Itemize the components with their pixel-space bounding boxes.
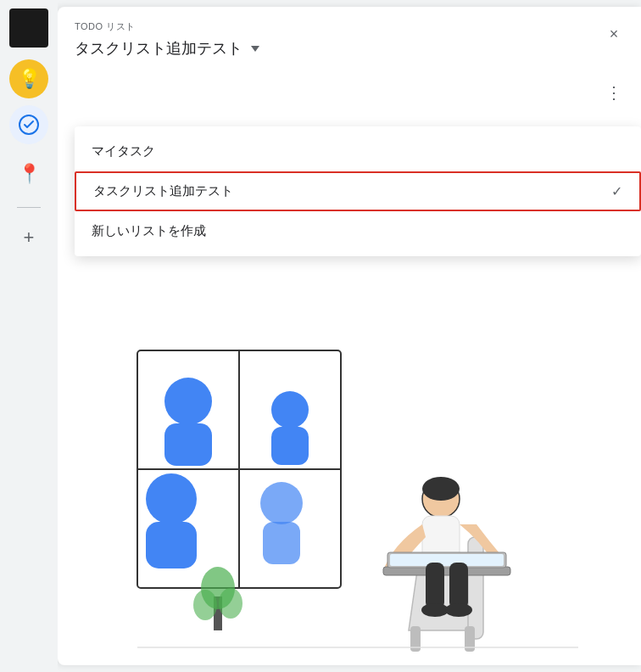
checkmark-icon: ✓ (611, 183, 622, 199)
sidebar-add-button[interactable]: + (9, 218, 48, 257)
svg-point-28 (445, 603, 472, 617)
svg-point-15 (219, 588, 242, 619)
dropdown-menu: マイタスク タスクリスト追加テスト ✓ 新しいリストを作成 (75, 126, 641, 256)
close-icon: × (610, 25, 619, 43)
svg-rect-26 (449, 563, 468, 609)
panel-title-small: TODO リスト (75, 20, 624, 33)
more-options-button[interactable]: ⋮ (600, 79, 627, 106)
svg-rect-24 (390, 554, 504, 566)
svg-point-14 (193, 590, 217, 620)
illustration (58, 333, 641, 656)
svg-rect-7 (271, 427, 309, 465)
maps-icon: 📍 (18, 163, 41, 185)
dropdown-item-task-list-test[interactable]: タスクリスト追加テスト ✓ (75, 171, 641, 211)
add-icon: + (24, 227, 35, 249)
svg-rect-5 (164, 423, 212, 466)
bulb-icon: 💡 (18, 68, 41, 90)
app-container: 💡 📍 + TODO リスト タスクリスト追加テスト × (0, 0, 641, 672)
new-list-label: 新しいリストを作成 (92, 223, 206, 239)
my-tasks-label: マイタスク (92, 143, 155, 160)
dropdown-item-my-tasks[interactable]: マイタスク (75, 133, 641, 170)
sidebar-divider (17, 207, 41, 208)
selected-list-label: タスクリスト追加テスト (75, 38, 242, 59)
svg-point-10 (260, 482, 303, 524)
svg-point-20 (422, 477, 460, 501)
svg-point-8 (146, 473, 197, 524)
svg-rect-11 (263, 522, 300, 564)
svg-point-4 (164, 378, 212, 425)
dropdown-item-new-list[interactable]: 新しいリストを作成 (75, 213, 641, 249)
svg-point-27 (421, 603, 449, 617)
list-selector-button[interactable]: タスクリスト追加テスト (75, 38, 259, 59)
panel-header: TODO リスト タスクリスト追加テスト × (58, 7, 641, 65)
chevron-down-icon (251, 46, 259, 52)
three-dots-icon: ⋮ (605, 82, 622, 103)
sidebar-item-keep[interactable]: 💡 (9, 59, 48, 98)
svg-point-6 (271, 391, 309, 428)
svg-rect-25 (426, 563, 444, 609)
svg-rect-9 (146, 522, 197, 568)
panel-body: ⋮ マイタスク タスクリスト追加テスト ✓ 新しいリストを作成 (58, 65, 641, 656)
sidebar: 💡 📍 + (0, 0, 58, 672)
tasks-icon (19, 115, 39, 135)
avatar (9, 8, 48, 48)
sidebar-item-maps[interactable]: 📍 (9, 154, 48, 193)
task-list-test-label: タスクリスト追加テスト (93, 183, 233, 199)
close-button[interactable]: × (600, 20, 627, 48)
sidebar-item-tasks[interactable] (9, 105, 48, 144)
illustration-area (58, 333, 641, 656)
main-panel: TODO リスト タスクリスト追加テスト × ⋮ マイタスク タスクリスト (58, 7, 641, 665)
